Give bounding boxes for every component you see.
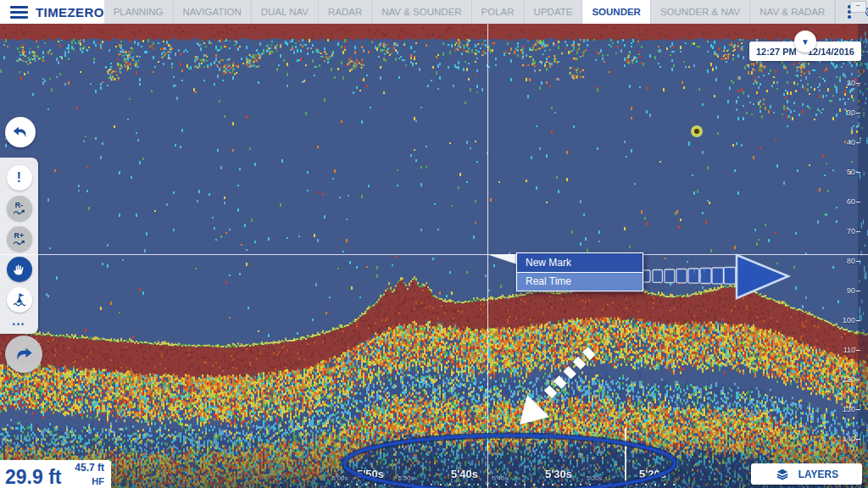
primary-depth-value: 29.9 ft <box>5 468 61 487</box>
time-tick-dot <box>337 484 339 485</box>
depth-readout-box: 29.9 ft 45.7 ft HF <box>0 460 111 488</box>
time-tick-dot <box>496 484 498 485</box>
time-tick-dot <box>608 484 609 485</box>
tab-navigation[interactable]: NAVIGATION <box>174 0 252 24</box>
depth-tick-mark <box>856 291 860 291</box>
depth-tick-label: 70 <box>847 227 855 236</box>
date-value: 12/14/2016 <box>808 47 854 57</box>
workspace-tabs: PLANNINGNAVIGATIONDUAL NAVRADARNAV & SOU… <box>104 0 836 24</box>
time-value: 12:27 PM <box>756 47 797 57</box>
sounder-echogram[interactable] <box>0 24 868 488</box>
time-tick-dot <box>542 484 544 485</box>
time-tick-dot <box>421 484 423 485</box>
tab-nav-sounder[interactable]: NAV & SOUNDER <box>372 0 471 24</box>
time-tick-dot <box>403 484 404 485</box>
left-toolbar: ! R- R+ ••• <box>0 158 38 334</box>
cursor-depth-value: 45.7 ft <box>75 462 104 474</box>
hamburger-menu-icon[interactable] <box>10 6 28 19</box>
frequency-badge: HF <box>92 476 104 486</box>
time-tick-dot <box>505 484 507 485</box>
depth-tick-mark <box>856 261 860 262</box>
time-tick-dot <box>459 484 460 485</box>
depth-tick-label: 140 <box>843 435 855 443</box>
tab-sounder-nav[interactable]: SOUNDER & NAV <box>651 0 750 24</box>
time-label-major: 5'20s <box>639 468 666 480</box>
time-tick-dot <box>440 484 442 485</box>
tab-dual-nav[interactable]: DUAL NAV <box>252 0 319 24</box>
layers-icon <box>775 467 790 482</box>
time-tick-dot <box>654 484 656 485</box>
context-menu-item-new-mark[interactable]: New Mark <box>517 253 643 273</box>
time-tick-dot <box>561 484 563 485</box>
depth-tick-mark <box>856 172 860 173</box>
time-tick-dot <box>617 484 619 485</box>
minimize-button[interactable]: − <box>850 1 866 13</box>
context-menu-item-real-time[interactable]: Real Time <box>517 273 643 291</box>
forward-button[interactable] <box>5 336 42 373</box>
depth-tick-mark <box>856 202 860 202</box>
time-tick-dot <box>347 484 348 485</box>
pan-hand-button[interactable] <box>7 257 32 282</box>
depth-tick-mark <box>856 409 860 410</box>
tab-radar[interactable]: RADAR <box>319 0 372 24</box>
time-tick-dot <box>412 484 414 485</box>
depth-tick-mark <box>856 142 860 143</box>
context-menu: New MarkReal Time <box>516 252 643 291</box>
range-wave-icon <box>13 239 26 246</box>
alert-button[interactable]: ! <box>7 165 32 191</box>
tab-nav-radar[interactable]: NAV & RADAR <box>750 0 835 24</box>
exclamation-icon: ! <box>17 171 21 185</box>
forward-arrow-icon <box>13 343 35 365</box>
time-tick-dot <box>384 484 386 485</box>
mark-buoy-button[interactable] <box>7 287 32 313</box>
depth-tick-label: 110 <box>843 346 855 354</box>
undo-arrow-icon <box>11 123 30 141</box>
time-label-minor: 6'00s <box>332 474 348 482</box>
depth-tick-label: 130 <box>843 405 855 413</box>
depth-tick-label: 120 <box>843 375 855 384</box>
time-tick-dot <box>449 484 451 485</box>
time-tick-dot <box>524 484 526 485</box>
cursor-vertical-line <box>487 24 488 488</box>
hand-icon <box>11 262 27 278</box>
datetime-box[interactable]: ▼ 12:27 PM 12/14/2016 <box>749 42 861 61</box>
tab-sounder[interactable]: SOUNDER <box>582 0 651 24</box>
depth-tick-mark <box>856 350 860 351</box>
buoy-icon <box>11 291 28 308</box>
tab-planning[interactable]: PLANNING <box>104 0 174 24</box>
layers-button[interactable]: LAYERS <box>751 463 862 485</box>
range-plus-button[interactable]: R+ <box>7 226 32 252</box>
time-tick-dot <box>636 484 637 485</box>
depth-tick-mark <box>856 320 860 321</box>
time-tick-dot <box>580 484 581 485</box>
depth-tick-mark <box>856 113 860 114</box>
depth-tick-mark <box>856 231 860 232</box>
more-tools-button[interactable]: ••• <box>13 320 25 329</box>
tab-update[interactable]: UPDATE <box>525 0 583 24</box>
depth-tick-mark <box>856 380 860 380</box>
time-tick-dot <box>533 484 535 485</box>
time-tick-dot <box>356 484 358 485</box>
cursor-horizontal-line <box>0 254 868 255</box>
time-tick-dot <box>673 484 675 485</box>
time-label-minor: 5'50s <box>398 474 415 482</box>
time-tick-dot <box>598 484 600 485</box>
time-label-major: 5'40s <box>451 468 478 480</box>
app-brand: TIMEZERO <box>0 0 104 24</box>
tab-polar[interactable]: POLAR <box>472 0 525 24</box>
depth-tick-mark <box>856 439 860 440</box>
range-wave-icon <box>13 208 26 215</box>
time-tick-dot <box>431 484 432 485</box>
time-tick-dot <box>515 484 516 485</box>
datetime-dropdown-icon[interactable]: ▼ <box>794 30 816 53</box>
time-tick-dot <box>468 484 470 485</box>
time-tick-dot <box>589 484 591 485</box>
depth-tick-label: 40 <box>847 138 855 147</box>
depth-tick-label: 30 <box>847 108 855 117</box>
depth-tick-label: 100 <box>843 316 855 324</box>
time-tick-dot <box>375 484 376 485</box>
range-minus-button[interactable]: R- <box>7 196 32 221</box>
undo-button[interactable] <box>5 117 36 147</box>
depth-tick-label: 80 <box>847 257 855 265</box>
top-menu-bar: TIMEZERO PLANNINGNAVIGATIONDUAL NAVRADAR… <box>0 0 868 24</box>
